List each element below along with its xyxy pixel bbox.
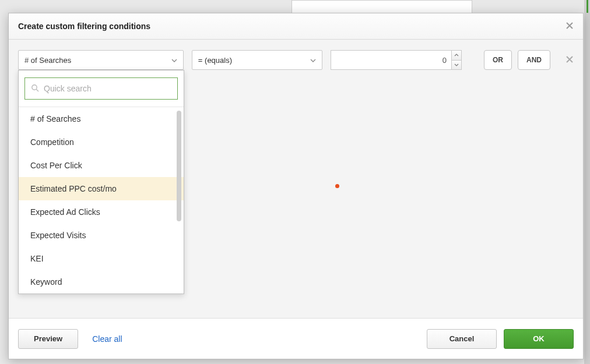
dropdown-option[interactable]: Competition: [19, 130, 184, 154]
dialog-header: Create custom filtering conditions: [9, 13, 583, 40]
background-field: [292, 0, 472, 14]
svg-point-0: [32, 84, 37, 89]
spinner-up-icon[interactable]: [451, 50, 462, 60]
clear-all-link[interactable]: Clear all: [92, 334, 122, 344]
dropdown-option[interactable]: # of Searches: [19, 107, 184, 130]
dropdown-search-box[interactable]: [24, 77, 178, 100]
close-icon[interactable]: [566, 21, 574, 31]
logic-buttons: OR AND: [484, 50, 550, 70]
cursor-marker-icon: [335, 184, 339, 188]
field-dropdown-panel: # of SearchesCompetitionCost Per ClickEs…: [18, 70, 184, 294]
ok-button[interactable]: OK: [504, 329, 574, 349]
dropdown-search-wrap: [19, 70, 184, 107]
operator-select-value: = (equals): [198, 56, 232, 65]
dropdown-option[interactable]: Expected Ad Clicks: [19, 200, 184, 224]
footer-left: Preview Clear all: [18, 329, 122, 349]
dropdown-option[interactable]: Keyword: [19, 270, 184, 294]
remove-row-icon[interactable]: [566, 54, 574, 66]
cancel-button[interactable]: Cancel: [427, 329, 497, 349]
dropdown-scrollbar[interactable]: [177, 111, 181, 221]
dropdown-option[interactable]: Estimated PPC cost/mo: [19, 177, 184, 200]
or-button[interactable]: OR: [484, 50, 512, 70]
field-select-value: # of Searches: [24, 56, 71, 65]
condition-row: # of Searches = (equals): [18, 50, 574, 70]
dialog-body: # of Searches = (equals): [9, 40, 583, 318]
field-select[interactable]: # of Searches: [18, 50, 184, 70]
search-input[interactable]: [44, 84, 171, 93]
chevron-down-icon: [310, 56, 316, 63]
svg-line-1: [36, 89, 38, 91]
background-accent: [587, 0, 588, 13]
search-icon: [31, 84, 39, 94]
and-button[interactable]: AND: [518, 50, 550, 70]
dialog-footer: Preview Clear all Cancel OK: [9, 318, 583, 359]
spinner-down-icon[interactable]: [451, 60, 462, 70]
value-spinner: [451, 50, 462, 70]
chevron-down-icon: [171, 56, 177, 63]
value-input[interactable]: [331, 50, 451, 70]
value-field-wrap: [331, 50, 462, 70]
dropdown-option[interactable]: KEI: [19, 247, 184, 270]
footer-right: Cancel OK: [427, 329, 574, 349]
filter-dialog: Create custom filtering conditions # of …: [8, 13, 584, 359]
preview-button[interactable]: Preview: [18, 329, 78, 349]
dialog-title: Create custom filtering conditions: [18, 22, 150, 31]
background-scrollbar: [584, 0, 590, 364]
operator-select[interactable]: = (equals): [192, 50, 322, 70]
dropdown-option[interactable]: Cost Per Click: [19, 154, 184, 177]
dropdown-option[interactable]: Expected Visits: [19, 224, 184, 247]
dropdown-options-list[interactable]: # of SearchesCompetitionCost Per ClickEs…: [19, 107, 184, 294]
